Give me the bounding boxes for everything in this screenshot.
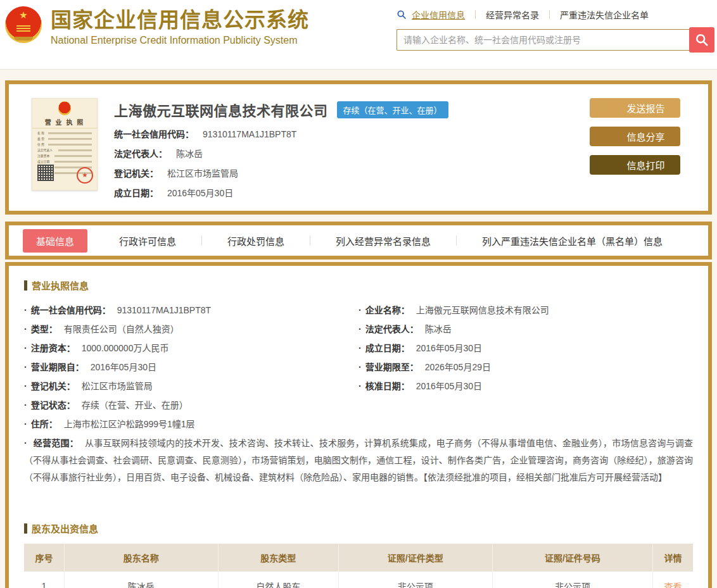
field-label: 登记机关：	[31, 381, 75, 391]
header-nav: 企业信用信息 经营异常名录 严重违法失信企业名单	[397, 8, 714, 22]
nav-divider	[475, 10, 476, 19]
main-content-card: 营业执照信息 统一社会信用代码：91310117MA1J1BPT8T 类型：有限…	[5, 262, 712, 588]
status-badge: 存续（在营、开业、在册）	[337, 101, 448, 118]
company-summary-card: 营 业 执 照 名 称 类 型 住 所 法定代表人 注册资本 成立日期 营业期限…	[5, 80, 712, 215]
field-label: 企业名称：	[365, 305, 410, 315]
section-bar	[24, 523, 27, 534]
field-registered-capital: 注册资本：1000.000000万人民币	[24, 339, 358, 358]
col-index: 序号	[24, 544, 64, 572]
tab-administrative-penalty[interactable]: 行政处罚信息	[202, 234, 310, 247]
site-subtitle: National Enterprise Credit Information P…	[51, 35, 309, 46]
col-shareholder-type: 股东类型	[218, 544, 338, 572]
title-block: 国家企业信用信息公示系统 National Enterprise Credit …	[51, 5, 309, 46]
search-input[interactable]	[397, 29, 689, 51]
col-shareholder-name: 股东名称	[64, 544, 218, 572]
company-name: 上海傲元互联网信息技术有限公司	[114, 99, 328, 120]
field-registration-status: 登记状态：存续（在营、开业、在册）	[24, 396, 358, 415]
license-qr-code	[37, 165, 54, 181]
company-field-registration-authority: 登记机关： 松江区市场监管局	[114, 166, 590, 178]
print-info-button[interactable]: 信息打印	[590, 155, 680, 175]
tab-administrative-license[interactable]: 行政许可信息	[94, 234, 201, 247]
field-approval-date: 核准日期：2016年05月30日	[358, 377, 693, 396]
field-company-type: 类型：有限责任公司（自然人独资）	[24, 320, 358, 339]
license-row-label: 住 所	[37, 142, 44, 147]
field-label: 法定代表人：	[114, 149, 167, 159]
field-registration-authority: 登记机关：松江区市场监管局	[24, 377, 358, 396]
field-label: 统一社会信用代码：	[31, 305, 111, 315]
tab-abnormal-operations[interactable]: 列入经营异常名录信息	[310, 234, 456, 247]
page: ★ 国家企业信用信息公示系统 National Enterprise Credi…	[0, 0, 717, 588]
field-value: 陈冰岳	[176, 149, 203, 159]
field-address: 住所：上海市松江区沪松路999号1幢1层	[24, 415, 358, 434]
license-row-label: 类 型	[37, 137, 44, 141]
col-detail: 详情	[653, 544, 693, 572]
field-value: 2016年05月30日	[167, 188, 233, 198]
license-row-label: 名 称	[37, 131, 44, 135]
field-value: 松江区市场监管局	[82, 381, 153, 391]
emblem-star-icon: ★	[19, 10, 27, 20]
cell-index: 1	[24, 572, 64, 588]
field-label: 法定代表人：	[365, 324, 419, 334]
send-report-button[interactable]: 发送报告	[590, 98, 680, 118]
cell-cert-type: 非公示项	[338, 572, 492, 588]
table-row: 1 陈冰岳 自然人股东 非公示项 非公示项 查看	[24, 572, 693, 588]
cell-shareholder-type: 自然人股东	[218, 572, 338, 588]
search-button[interactable]	[689, 27, 714, 53]
license-fields-right: 企业名称：上海傲元互联网信息技术有限公司 法定代表人：陈冰岳 成立日期：2016…	[358, 301, 693, 434]
col-cert-type: 证照/证件类型	[338, 544, 492, 572]
field-label: 营业期限至：	[365, 362, 419, 372]
cell-shareholder-name: 陈冰岳	[64, 572, 218, 588]
nav-divider	[549, 10, 550, 19]
cell-detail: 查看	[653, 572, 693, 588]
field-value: 陈冰岳	[425, 324, 452, 334]
tab-serious-violation-blacklist[interactable]: 列入严重违法失信企业名单（黑名单）信息	[457, 234, 688, 247]
field-value: 1000.000000万人民币	[82, 343, 169, 353]
view-detail-link[interactable]: 查看	[664, 582, 682, 588]
company-field-credit-code: 统一社会信用代码： 91310117MA1J1BPT8T	[114, 127, 590, 139]
field-value: 存续（在营、开业、在册）	[82, 400, 188, 410]
business-license-image: 营 业 执 照 名 称 类 型 住 所 法定代表人 注册资本 成立日期 营业期限…	[32, 98, 98, 191]
tab-basic-info[interactable]: 基础信息	[23, 229, 87, 253]
share-info-button[interactable]: 信息分享	[590, 127, 680, 146]
site-header: ★ 国家企业信用信息公示系统 National Enterprise Credi…	[0, 0, 717, 70]
field-label: 登记机关：	[114, 168, 158, 178]
cell-cert-number: 非公示项	[492, 572, 652, 588]
field-label: 注册资本：	[31, 343, 75, 353]
tabs-card: 基础信息 行政许可信息 行政处罚信息 列入经营异常名录信息 列入严重违法失信企业…	[5, 222, 712, 260]
field-value: 上海傲元互联网信息技术有限公司	[416, 305, 549, 315]
nav-link-serious-violation-list[interactable]: 严重违法失信企业名单	[560, 8, 649, 21]
company-field-establish-date: 成立日期： 2016年05月30日	[114, 186, 590, 198]
license-red-seal-icon: ★	[77, 167, 93, 184]
field-term-to: 营业期限至：2026年05月29日	[358, 358, 693, 377]
field-label: 成立日期：	[365, 343, 410, 353]
field-label: 经营范围：	[34, 438, 79, 448]
nav-link-abnormal-operations-list[interactable]: 经营异常名录	[486, 8, 539, 21]
license-emblem-icon	[58, 101, 71, 115]
field-label: 住所：	[31, 419, 58, 429]
company-info: 上海傲元互联网信息技术有限公司 存续（在营、开业、在册） 统一社会信用代码： 9…	[114, 94, 590, 198]
field-value: 有限责任公司（自然人独资）	[64, 324, 179, 334]
field-establish-date: 成立日期：2016年05月30日	[358, 339, 693, 358]
field-company-name: 企业名称：上海傲元互联网信息技术有限公司	[358, 301, 693, 320]
field-value: 2016年05月30日	[416, 381, 482, 391]
section-header-shareholders: 股东及出资信息	[24, 522, 693, 535]
field-label: 登记状态：	[31, 400, 75, 410]
action-buttons: 发送报告 信息分享 信息打印	[590, 98, 680, 198]
field-label: 成立日期：	[114, 188, 158, 198]
nav-link-enterprise-credit-info[interactable]: 企业信用信息	[412, 8, 465, 21]
field-value: 91310117MA1J1BPT8T	[203, 129, 296, 139]
section-bar	[24, 280, 27, 291]
field-value: 松江区市场监管局	[167, 168, 238, 178]
search-icon	[397, 9, 407, 20]
field-value: 2016年05月30日	[91, 362, 156, 372]
license-row-label: 法定代表人	[37, 148, 53, 153]
shareholder-table: 序号 股东名称 股东类型 证照/证件类型 证照/证件号码 详情 1 陈冰岳 自然…	[24, 544, 693, 588]
field-value: 上海市松江区沪松路999号1幢1层	[64, 419, 195, 429]
company-field-legal-rep: 法定代表人： 陈冰岳	[114, 147, 590, 159]
field-credit-code: 统一社会信用代码：91310117MA1J1BPT8T	[24, 301, 358, 320]
license-row-label: 注册资本	[37, 154, 49, 158]
table-header-row: 序号 股东名称 股东类型 证照/证件类型 证照/证件号码 详情	[24, 544, 693, 572]
field-label: 核准日期：	[365, 381, 410, 391]
section-title: 股东及出资信息	[32, 522, 98, 535]
national-emblem-logo: ★	[5, 6, 42, 43]
